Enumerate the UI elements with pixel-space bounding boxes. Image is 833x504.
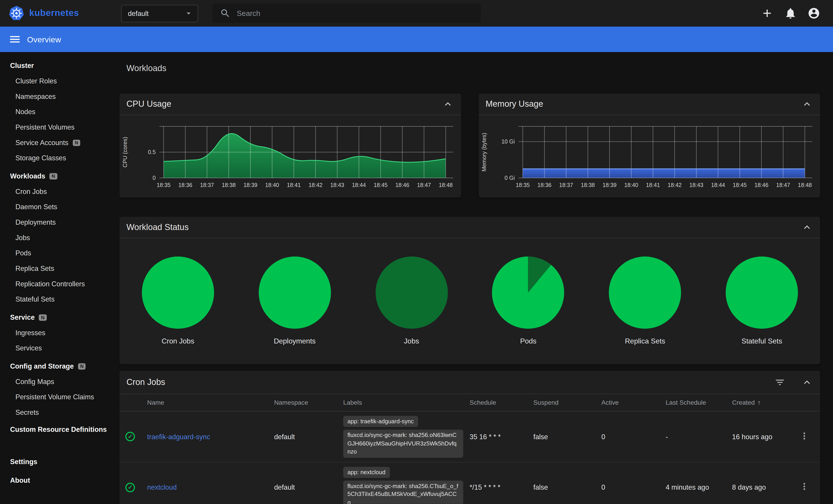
namespace-selector[interactable]: default bbox=[121, 4, 198, 22]
sidebar-section-workloads[interactable]: WorkloadsN bbox=[0, 166, 120, 184]
search-bar bbox=[212, 4, 481, 23]
sidebar-item-persistent-volumes[interactable]: Persistent Volumes bbox=[0, 120, 120, 135]
sidebar-item-deployments[interactable]: Deployments bbox=[0, 215, 120, 230]
sidebar-section-config-and-storage[interactable]: Config and StorageN bbox=[0, 356, 120, 374]
workload-pie-cron-jobs: Cron Jobs bbox=[120, 257, 236, 345]
cronjob-labels: app: traefik-adguard-syncfluxcd.io/sync-… bbox=[343, 416, 470, 458]
collapse-icon[interactable] bbox=[801, 221, 813, 233]
column-header-name[interactable]: Name bbox=[147, 399, 274, 406]
cronjob-name-link[interactable]: nextcloud bbox=[147, 483, 177, 491]
search-input[interactable] bbox=[236, 8, 475, 18]
sidebar-item-persistent-volume-claims[interactable]: Persistent Volume Claims bbox=[0, 389, 120, 405]
memory-usage-card: Memory Usage 0 Gi10 Gi18:3518:3618:3718:… bbox=[479, 94, 820, 197]
sidebar-item-secrets[interactable]: Secrets bbox=[0, 405, 120, 420]
sidebar-item-namespaces[interactable]: Namespaces bbox=[0, 89, 120, 104]
sidebar-section-cluster[interactable]: Cluster bbox=[0, 55, 120, 73]
sort-arrow-icon: ↑ bbox=[757, 399, 761, 406]
sidebar-item-label: About bbox=[10, 476, 30, 484]
column-header-suspend[interactable]: Suspend bbox=[533, 399, 601, 406]
cronjob-actions bbox=[799, 430, 820, 442]
sidebar-item-cron-jobs[interactable]: Cron Jobs bbox=[0, 184, 120, 199]
sidebar-item-jobs[interactable]: Jobs bbox=[0, 230, 120, 245]
svg-text:18:39: 18:39 bbox=[243, 182, 257, 188]
svg-text:18:35: 18:35 bbox=[157, 182, 170, 188]
svg-text:18:43: 18:43 bbox=[330, 182, 344, 188]
sidebar-item-custom-resource-definitions[interactable]: Custom Resource Definitions bbox=[0, 420, 120, 439]
pie-chart bbox=[376, 257, 448, 329]
svg-text:18:37: 18:37 bbox=[200, 182, 214, 188]
cronjob-labels: app: nextcloudfluxcd.io/sync-gc-mark: sh… bbox=[343, 466, 470, 504]
svg-text:18:46: 18:46 bbox=[755, 182, 768, 188]
pie-chart bbox=[726, 257, 798, 329]
sidebar-item-label: Namespaces bbox=[16, 92, 56, 100]
cronjob-row-nextcloud: ✓nextclouddefaultapp: nextcloudfluxcd.io… bbox=[120, 462, 820, 504]
sidebar-item-settings[interactable]: Settings bbox=[0, 452, 120, 471]
cron-jobs-card: Cron Jobs NameNamespaceLabelsScheduleSus… bbox=[120, 370, 820, 504]
cron-jobs-table: NameNamespaceLabelsScheduleSuspendActive… bbox=[120, 394, 820, 504]
sidebar-item-replication-controllers[interactable]: Replication Controllers bbox=[0, 276, 120, 292]
svg-text:18:38: 18:38 bbox=[581, 182, 595, 188]
column-header-schedule[interactable]: Schedule bbox=[470, 399, 533, 406]
cronjob-last-schedule: - bbox=[666, 433, 668, 441]
sidebar-item-label: Jobs bbox=[16, 234, 30, 242]
collapse-icon[interactable] bbox=[442, 98, 454, 110]
sidebar-item-nodes[interactable]: Nodes bbox=[0, 104, 120, 120]
account-icon[interactable] bbox=[807, 7, 820, 20]
row-menu-icon[interactable] bbox=[799, 481, 809, 492]
kubernetes-logo[interactable]: kubernetes bbox=[8, 5, 79, 21]
pie-chart bbox=[609, 257, 681, 329]
menu-icon[interactable] bbox=[8, 33, 21, 46]
sidebar-item-label: Cron Jobs bbox=[16, 187, 47, 195]
sidebar-item-label: Custom Resource Definitions bbox=[10, 425, 107, 433]
svg-text:18:45: 18:45 bbox=[374, 182, 387, 188]
cpu-usage-title: CPU Usage bbox=[126, 99, 442, 109]
svg-text:18:37: 18:37 bbox=[559, 182, 573, 188]
column-header-labels[interactable]: Labels bbox=[343, 399, 470, 406]
collapse-icon[interactable] bbox=[801, 98, 813, 110]
collapse-icon[interactable] bbox=[801, 376, 813, 388]
sidebar-item-ingresses[interactable]: Ingresses bbox=[0, 325, 120, 340]
label-chip: app: traefik-adguard-sync bbox=[343, 416, 418, 427]
svg-text:18:42: 18:42 bbox=[668, 182, 682, 188]
sidebar-item-label: Config Maps bbox=[16, 378, 54, 386]
label-chip: fluxcd.io/sync-gc-mark: sha256.oN63iwnCG… bbox=[343, 430, 463, 458]
label-chip: app: nextcloud bbox=[343, 466, 389, 478]
cronjob-actions bbox=[799, 481, 820, 494]
app-bar: Overview bbox=[0, 26, 833, 52]
column-header-namespace[interactable]: Namespace bbox=[274, 399, 343, 406]
svg-text:18:36: 18:36 bbox=[178, 182, 192, 188]
column-header-created[interactable]: Created↑ bbox=[732, 399, 799, 406]
memory-usage-chart: 0 Gi10 Gi18:3518:3618:3718:3818:3918:401… bbox=[479, 115, 820, 197]
row-menu-icon[interactable] bbox=[799, 430, 809, 441]
status-ok-icon: ✓ bbox=[125, 483, 135, 493]
usage-charts-row: CPU Usage 00.518:3518:3618:3718:3818:391… bbox=[120, 94, 820, 197]
sidebar-item-about[interactable]: About bbox=[0, 471, 120, 490]
pie-label: Deployments bbox=[274, 337, 316, 345]
column-header-active[interactable]: Active bbox=[601, 399, 666, 406]
label-chip: fluxcd.io/sync-gc-mark: sha256.CTsuE_o_f… bbox=[343, 480, 463, 504]
add-resource-icon[interactable] bbox=[761, 7, 774, 20]
workload-pie-deployments: Deployments bbox=[236, 257, 353, 345]
sidebar-item-label: Secrets bbox=[16, 408, 39, 416]
column-header-last-schedule[interactable]: Last Schedule bbox=[666, 399, 732, 406]
namespace-selected-value: default bbox=[128, 9, 184, 17]
sidebar-item-stateful-sets[interactable]: Stateful Sets bbox=[0, 291, 120, 307]
sidebar-item-pods[interactable]: Pods bbox=[0, 245, 120, 261]
sidebar-item-daemon-sets[interactable]: Daemon Sets bbox=[0, 199, 120, 215]
sidebar-item-storage-classes[interactable]: Storage Classes bbox=[0, 150, 120, 166]
notifications-icon[interactable] bbox=[784, 7, 797, 20]
filter-icon[interactable] bbox=[775, 377, 785, 387]
cronjob-name-link[interactable]: traefik-adguard-sync bbox=[147, 433, 210, 441]
cronjob-namespace: default bbox=[274, 483, 343, 491]
sidebar-item-replica-sets[interactable]: Replica Sets bbox=[0, 261, 120, 276]
sidebar-item-services[interactable]: Services bbox=[0, 340, 120, 356]
svg-text:18:40: 18:40 bbox=[624, 182, 638, 188]
sidebar-item-cluster-roles[interactable]: Cluster Roles bbox=[0, 73, 120, 89]
sidebar-item-label: Pods bbox=[16, 249, 31, 257]
sidebar-section-service[interactable]: ServiceN bbox=[0, 307, 120, 325]
sidebar-item-service-accounts[interactable]: Service AccountsN bbox=[0, 135, 120, 150]
svg-text:0: 0 bbox=[152, 175, 156, 181]
cronjob-active: 0 bbox=[601, 433, 666, 441]
svg-text:CPU (cores): CPU (cores) bbox=[122, 137, 128, 167]
sidebar-item-config-maps[interactable]: Config Maps bbox=[0, 374, 120, 389]
